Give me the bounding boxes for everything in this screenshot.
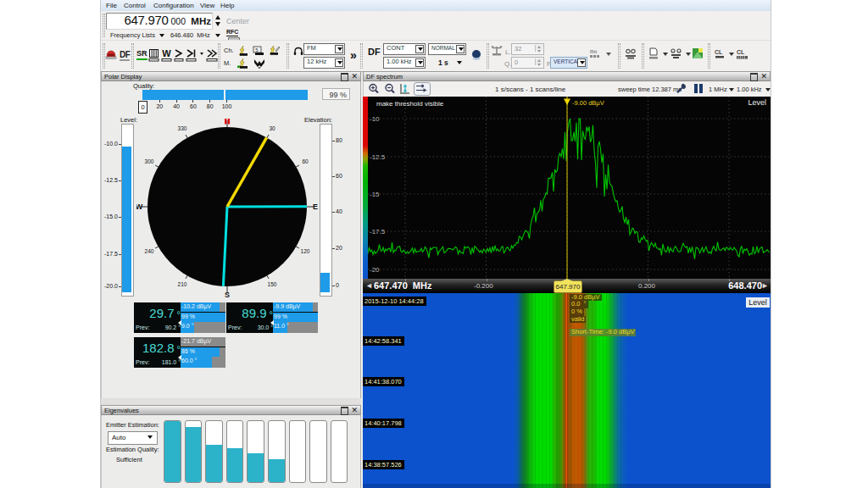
svg-text:150: 150 bbox=[268, 281, 277, 287]
svg-text:W: W bbox=[162, 48, 171, 58]
svg-text:330: 330 bbox=[178, 125, 187, 131]
svg-text:240: 240 bbox=[145, 248, 154, 254]
svg-text:CL: CL bbox=[737, 49, 745, 55]
svg-text:S: S bbox=[225, 291, 230, 299]
svg-text:120: 120 bbox=[301, 248, 310, 254]
svg-text:-9.00 dBµV: -9.00 dBµV bbox=[572, 99, 604, 107]
svg-text:-12.5: -12.5 bbox=[370, 153, 386, 161]
svg-text:30: 30 bbox=[269, 125, 275, 131]
svg-text:300: 300 bbox=[145, 158, 154, 164]
svg-text:-17.5: -17.5 bbox=[370, 228, 386, 236]
svg-text:-20: -20 bbox=[370, 266, 380, 274]
svg-text:CL: CL bbox=[715, 49, 723, 55]
svg-text:make threshold visible: make threshold visible bbox=[376, 100, 444, 108]
svg-text:Rtt: Rtt bbox=[590, 49, 597, 54]
svg-text:E: E bbox=[313, 202, 318, 211]
svg-text:Level: Level bbox=[748, 98, 766, 107]
svg-text:-15: -15 bbox=[370, 191, 380, 198]
svg-text:210: 210 bbox=[178, 281, 187, 287]
svg-text:60: 60 bbox=[302, 158, 309, 164]
svg-text:-10: -10 bbox=[370, 115, 380, 123]
svg-text:W: W bbox=[136, 202, 143, 211]
